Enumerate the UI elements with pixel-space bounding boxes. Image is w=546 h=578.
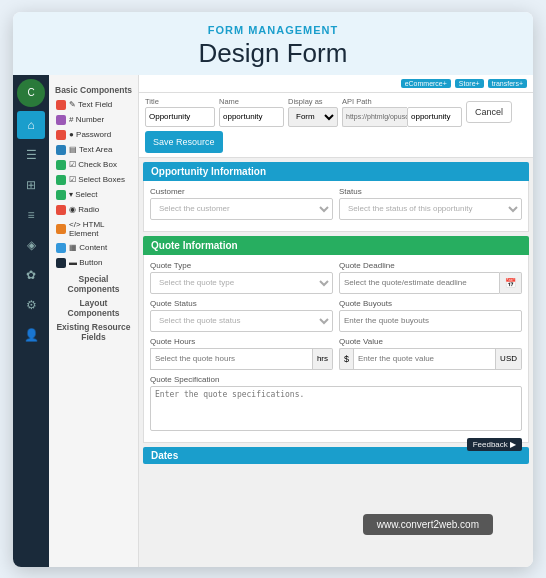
display-select[interactable]: Form [288,107,338,127]
sidebar-item-select[interactable]: ▾ Select [53,188,134,202]
sidebar-item-html[interactable]: </> HTML Element [53,218,134,240]
content-area: eCommerce+ Store+ transfers+ Title Name [139,75,533,567]
quote-hours-group: Quote Hours hrs [150,337,333,370]
api-label: API Path [342,97,462,106]
toolbar-badges: eCommerce+ Store+ transfers+ [401,79,527,88]
quote-status-group: Quote Status Select the quote status [150,299,333,332]
nav-forms[interactable]: ⊞ [17,171,45,199]
nav-api[interactable]: ◈ [17,231,45,259]
quote-hours-input[interactable] [150,348,313,370]
quote-spec-textarea[interactable] [150,386,522,431]
quote-type-group: Quote Type Select the quote type [150,261,333,294]
quote-buyouts-input[interactable] [339,310,522,332]
checkbox-label: ☑ Check Box [69,160,117,169]
watermark: www.convert2web.com [363,514,493,535]
badge-ecommerce: eCommerce+ [401,79,451,88]
dollar-prefix: $ [339,348,353,370]
opportunity-row-1: Customer Select the customer Status Sele… [150,187,522,220]
save-button[interactable]: Save Resource [145,131,223,153]
page-header: FORM MANAGEMENT Design Form [13,12,533,75]
sidebar-item-selectboxes[interactable]: ☑ Select Boxes [53,173,134,187]
quote-spec-label: Quote Specification [150,375,522,384]
feedback-button[interactable]: Feedback ▶ [467,438,522,451]
main-layout: C ⌂ ☰ ⊞ ≡ ◈ ✿ ⚙ 👤 Basic Components ✎ Tex… [13,75,533,567]
sidebar-item-textfield[interactable]: ✎ Text Field [53,98,134,112]
name-field: Name [219,97,284,127]
api-input[interactable] [407,107,462,127]
opportunity-section-body: Customer Select the customer Status Sele… [143,181,529,232]
nav-home[interactable]: ⌂ [17,111,45,139]
quote-deadline-group: Quote Deadline 📅 [339,261,522,294]
quote-status-label: Quote Status [150,299,333,308]
quote-hours-input-group: hrs [150,348,333,370]
quote-buyouts-group: Quote Buyouts [339,299,522,332]
textarea-label: ▤ Text Area [69,145,112,154]
content-label: ▦ Content [69,243,107,252]
button-icon [56,258,66,268]
customer-select[interactable]: Select the customer [150,198,333,220]
sidebar-item-button[interactable]: ▬ Button [53,256,134,270]
customer-group: Customer Select the customer [150,187,333,220]
calendar-icon[interactable]: 📅 [500,272,522,294]
select-icon [56,190,66,200]
sidebar-item-content[interactable]: ▦ Content [53,241,134,255]
selectboxes-label: ☑ Select Boxes [69,175,125,184]
status-select[interactable]: Select the status of this opportunity [339,198,522,220]
radio-icon [56,205,66,215]
title-input[interactable] [145,107,215,127]
nav-settings[interactable]: ⚙ [17,291,45,319]
api-prefix: https://phtmlg/opusctacal [342,107,407,127]
display-field: Display as Form [288,97,338,127]
nav-lines[interactable]: ≡ [17,201,45,229]
quote-type-label: Quote Type [150,261,333,270]
quote-section: Quote Information Quote Type Select the … [143,236,529,443]
quote-buyouts-label: Quote Buyouts [339,299,522,308]
quote-deadline-input[interactable] [339,272,500,294]
sidebar-item-radio[interactable]: ◉ Radio [53,203,134,217]
quote-value-input[interactable] [353,348,496,370]
nav-user[interactable]: 👤 [17,321,45,349]
form-content: Opportunity Information Customer Select … [139,158,533,567]
nav-leaf[interactable]: ✿ [17,261,45,289]
nav-logo: C [17,79,45,107]
quote-type-select[interactable]: Select the quote type [150,272,333,294]
display-label: Display as [288,97,338,106]
quote-section-body: Quote Type Select the quote type Quote D… [143,255,529,443]
badge-store: Store+ [455,79,484,88]
select-label: ▾ Select [69,190,97,199]
password-icon [56,130,66,140]
special-components-title: Special Components [53,274,134,294]
textfield-icon [56,100,66,110]
api-field: API Path https://phtmlg/opusctacal [342,97,462,127]
sidebar-item-checkbox[interactable]: ☑ Check Box [53,158,134,172]
opportunity-section: Opportunity Information Customer Select … [143,162,529,232]
left-nav: C ⌂ ☰ ⊞ ≡ ◈ ✿ ⚙ 👤 [13,75,49,567]
sidebar-item-number[interactable]: # Number [53,113,134,127]
sidebar-item-textarea[interactable]: ▤ Text Area [53,143,134,157]
number-label: # Number [69,115,104,124]
quote-status-select[interactable]: Select the quote status [150,310,333,332]
toolbar-fields: Title Name Display as Form API P [139,93,533,158]
quote-deadline-label: Quote Deadline [339,261,522,270]
quote-value-group: Quote Value $ USD [339,337,522,370]
quote-row-3: Quote Hours hrs Quote Value $ [150,337,522,370]
nav-resource[interactable]: ☰ [17,141,45,169]
toolbar: eCommerce+ Store+ transfers+ [139,75,533,93]
number-icon [56,115,66,125]
button-label: ▬ Button [69,258,102,267]
customer-label: Customer [150,187,333,196]
selectboxes-icon [56,175,66,185]
quote-value-label: Quote Value [339,337,522,346]
page-title: Design Form [23,38,523,69]
quote-value-input-group: $ USD [339,348,522,370]
name-input[interactable] [219,107,284,127]
layout-components-title: Layout Components [53,298,134,318]
html-label: </> HTML Element [69,220,131,238]
cancel-button[interactable]: Cancel [466,101,512,123]
title-field: Title [145,97,215,127]
content-icon [56,243,66,253]
sidebar-item-password[interactable]: ● Password [53,128,134,142]
quote-row-1: Quote Type Select the quote type Quote D… [150,261,522,294]
hours-suffix: hrs [313,348,333,370]
quote-hours-label: Quote Hours [150,337,333,346]
